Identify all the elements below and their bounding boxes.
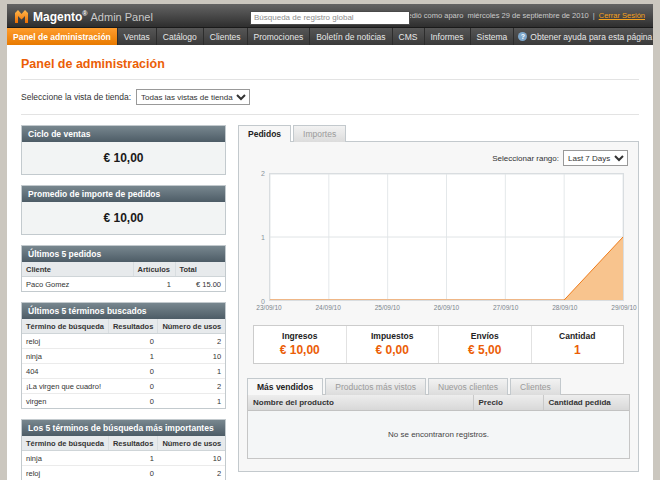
nav-item-dashboard[interactable]: Panel de administración [7,28,118,45]
help-icon: ? [518,32,527,41]
dashboard-tabs: Pedidos Importes [238,125,639,141]
chart-svg [270,174,623,300]
right-column: Pedidos Importes Seleccionar rango: Last… [238,125,639,480]
store-switcher: Seleccione la vista de tienda: Todas las… [21,80,639,115]
box-title: Promedio de importe de pedidos [22,186,225,202]
last-orders-table: Cliente Artículos Total Paco Gomez 1 € 1… [22,262,225,291]
box-average-orders: Promedio de importe de pedidos € 10,00 [21,185,226,235]
left-column: Ciclo de ventas € 10,00 Promedio de impo… [21,125,226,480]
nav-item-cms[interactable]: CMS [393,28,425,45]
lifetime-sales-value: € 10,00 [22,142,225,174]
totals-bar: Ingresos € 10,00 Impuestos € 0,00 Envíos… [253,325,624,364]
orders-chart: 012 23/09/1024/09/1025/09/1026/09/1027/0… [253,173,624,315]
nav-item-boletin[interactable]: Boletín de noticias [310,28,392,45]
box-last-orders: Últimos 5 pedidos Cliente Artículos Tota… [21,245,226,292]
range-label: Seleccionar rango: [492,154,559,163]
store-view-select[interactable]: Todas las vistas de tienda [136,89,250,105]
column-header: Resultados [108,319,157,334]
chart-x-tick: 26/09/10 [434,304,459,311]
nav-item-ventas[interactable]: Ventas [118,28,157,45]
product-tabs: Más vendidos Productos más vistos Nuevos… [247,378,630,394]
tab-importes[interactable]: Importes [293,125,346,142]
table-row[interactable]: ¡La virgen que cuadro! 0 2 [22,379,225,394]
table-row[interactable]: reloj 0 2 [22,334,225,349]
chart-x-labels: 23/09/1024/09/1025/09/1026/09/1027/09/10… [269,304,624,315]
empty-row: No se encontraron registros. [248,411,629,459]
box-top-search-terms: Los 5 términos de búsqueda más important… [21,419,226,480]
tab-productos-mas-vistos[interactable]: Productos más vistos [325,378,426,395]
nav-item-sistema[interactable]: Sistema [471,28,515,45]
chart-y-tick: 1 [261,234,265,241]
logout-link[interactable]: Cerrar Sesión [599,11,645,20]
last-search-table: Término de búsqueda Resultados Número de… [22,319,225,408]
header: Magento®Admin Panel Accedió como aparo m… [7,4,653,28]
help-link[interactable]: ? Obtener ayuda para esta página [514,28,656,45]
column-header: Número de usos [158,436,225,451]
column-header: Precio [473,395,543,411]
column-header: Total [175,262,225,277]
table-row[interactable]: virgen 0 1 [22,394,225,409]
column-header: Término de búsqueda [22,436,108,451]
tab-clientes[interactable]: Clientes [510,378,561,395]
chart-y-labels: 012 [253,173,269,301]
table-row[interactable]: ninja 1 10 [22,349,225,364]
box-title: Los 5 términos de búsqueda más important… [22,420,225,436]
global-search-input[interactable] [250,11,410,25]
help-label: Obtener ayuda para esta página [530,32,652,42]
brand-text: Magento®Admin Panel [33,7,153,25]
tab-mas-vendidos[interactable]: Más vendidos [247,378,323,395]
meta-separator: | [593,11,595,20]
nav-item-clientes[interactable]: Clientes [204,28,248,45]
content: Panel de administración Seleccione la vi… [7,45,653,480]
box-title: Ciclo de ventas [22,126,225,142]
products-grid: Nombre del producto Precio Cantidad pedi… [247,394,630,459]
chart-x-tick: 27/09/10 [493,304,518,311]
range-select[interactable]: Last 7 Days [563,150,628,166]
column-header: Cantidad pedida [543,395,629,411]
box-title: Últimos 5 pedidos [22,246,225,262]
box-lifetime-sales: Ciclo de ventas € 10,00 [21,125,226,175]
chart-plot [269,173,624,301]
table-row[interactable]: ninja 1 10 [22,451,225,466]
column-header: Resultados [108,436,157,451]
total-ingresos: Ingresos € 10,00 [254,326,346,363]
column-header: Número de usos [158,319,225,334]
nav-item-promociones[interactable]: Promociones [248,28,311,45]
table-row[interactable]: Paco Gomez 1 € 15.00 [22,277,225,292]
column-header: Artículos [133,262,175,277]
store-view-label: Seleccione la vista de tienda: [21,92,131,102]
chart-x-tick: 28/09/10 [552,304,577,311]
column-header: Cliente [22,262,133,277]
page-title: Panel de administración [21,53,639,80]
global-search [250,6,410,25]
chart-x-tick: 23/09/10 [256,304,281,311]
column-header: Nombre del producto [248,395,473,411]
top-search-table: Término de búsqueda Resultados Número de… [22,436,225,480]
chart-x-tick: 25/09/10 [375,304,400,311]
chart-x-tick: 29/09/10 [611,304,636,311]
header-date: miércoles 29 de septiembre de 2010 [467,11,588,20]
magento-logo: Magento®Admin Panel [15,7,153,25]
total-envios: Envíos € 5,00 [438,326,531,363]
admin-page: Magento®Admin Panel Accedió como aparo m… [7,0,653,480]
tab-pedidos[interactable]: Pedidos [238,125,291,142]
total-impuestos: Impuestos € 0,00 [346,326,439,363]
chart-x-tick: 24/09/10 [316,304,341,311]
range-selector-row: Seleccionar rango: Last 7 Days [247,148,630,173]
nav-item-catalogo[interactable]: Catálogo [157,28,204,45]
chart-y-tick: 2 [261,170,265,177]
nav-item-informes[interactable]: Informes [425,28,471,45]
column-header: Término de búsqueda [22,319,108,334]
empty-message: No se encontraron registros. [248,411,629,459]
box-title: Últimos 5 términos buscados [22,303,225,319]
dashboard-panel: Seleccionar rango: Last 7 Days 012 23/ [238,141,639,472]
table-row[interactable]: reloj 0 2 [22,466,225,480]
table-row[interactable]: 404 0 1 [22,364,225,379]
total-cantidad: Cantidad 1 [531,326,624,363]
header-meta: Accedió como aparo miércoles 29 de septi… [395,11,645,20]
tab-nuevos-clientes[interactable]: Nuevos clientes [428,378,508,395]
average-orders-value: € 10,00 [22,202,225,234]
magento-logo-icon [15,8,28,23]
main-nav: Panel de administración Ventas Catálogo … [7,28,653,45]
products-table: Nombre del producto Precio Cantidad pedi… [248,395,629,458]
